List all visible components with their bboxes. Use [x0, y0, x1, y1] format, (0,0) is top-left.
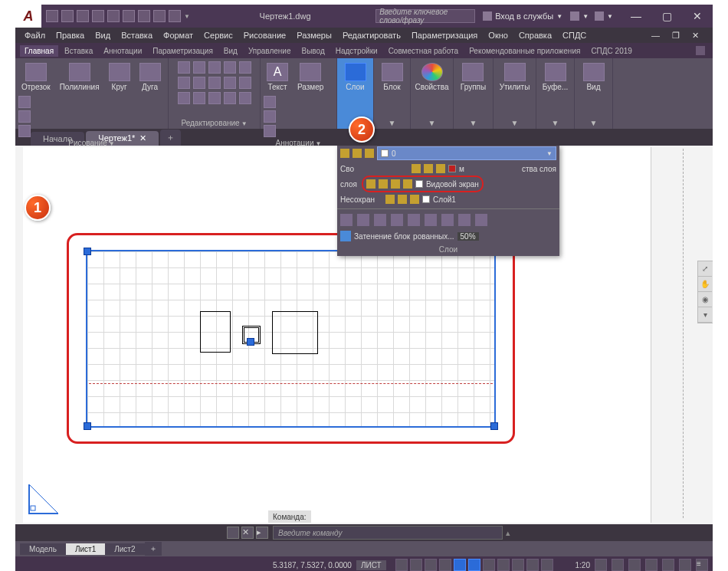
status-annoscale-icon[interactable]	[612, 559, 624, 571]
utilities-button[interactable]: Утилиты	[497, 61, 533, 93]
properties-button[interactable]: Свойства	[412, 61, 452, 93]
menu-service[interactable]: Сервис	[199, 29, 238, 41]
ucs-icon[interactable]	[26, 481, 61, 517]
tab-collab[interactable]: Совместная работа	[384, 45, 464, 57]
menu-insert[interactable]: Вставка	[116, 29, 157, 41]
qat-save-icon[interactable]	[77, 10, 89, 22]
text-button[interactable]: AТекст	[264, 61, 291, 93]
nav-pan-icon[interactable]: ✋	[698, 277, 712, 292]
status-am-icon[interactable]	[541, 559, 553, 571]
status-otrack-icon[interactable]	[468, 559, 480, 571]
move-icon[interactable]	[178, 61, 190, 74]
bulb-icon[interactable]	[340, 149, 349, 158]
tab-manage[interactable]: Управление	[244, 45, 296, 57]
annot-small-1-icon[interactable]	[264, 96, 276, 108]
tab-output[interactable]: Вывод	[297, 45, 330, 57]
qat-plot-icon[interactable]	[107, 10, 120, 22]
status-snap-icon[interactable]	[410, 559, 422, 571]
panel-props-expand[interactable]: ▼	[428, 117, 436, 127]
menu-help[interactable]: Справка	[514, 29, 556, 41]
array-icon[interactable]	[178, 92, 190, 104]
mdi-close-icon[interactable]: ✕	[687, 29, 703, 42]
minimize-button[interactable]: —	[621, 5, 651, 28]
menu-draw[interactable]: Рисование	[239, 29, 290, 41]
cmd-recent-icon[interactable]: ▸	[256, 527, 268, 539]
menu-file[interactable]: Файл	[20, 29, 50, 41]
mod9-icon[interactable]	[208, 92, 221, 104]
circle-button[interactable]: Круг	[106, 61, 133, 93]
status-clean-icon[interactable]	[679, 559, 691, 571]
annot-small-3-icon[interactable]	[264, 125, 276, 137]
cart-icon[interactable]	[570, 11, 579, 21]
qat-more-icon[interactable]	[153, 10, 166, 22]
status-lwt-icon[interactable]	[483, 559, 495, 571]
grip-top-left[interactable]	[84, 248, 91, 255]
bulb4-icon[interactable]	[385, 195, 395, 204]
menu-dimensions[interactable]: Размеры	[292, 29, 336, 41]
annot-small-2-icon[interactable]	[264, 110, 276, 123]
layers-button[interactable]: Слои	[342, 61, 369, 93]
status-mode-button[interactable]: ЛИСТ	[356, 560, 386, 570]
fillet-icon[interactable]	[193, 77, 205, 89]
panel-clipboard-expand[interactable]: ▼	[552, 117, 559, 127]
layout-tab-sheet2[interactable]: Лист2	[105, 543, 144, 555]
viewport-selected[interactable]	[86, 250, 496, 428]
mdi-minimize-icon[interactable]: —	[647, 29, 664, 42]
grip-bottom-left[interactable]	[84, 422, 91, 430]
grip-bottom-right[interactable]	[490, 422, 498, 430]
qat-open-icon[interactable]	[61, 10, 74, 22]
mod10-icon[interactable]	[224, 92, 236, 104]
nav-more-icon[interactable]: ▾	[698, 307, 712, 323]
status-ortho-icon[interactable]	[425, 559, 437, 571]
ltool1-icon[interactable]	[340, 214, 353, 226]
copy-icon[interactable]	[239, 61, 251, 74]
panel-groups-expand[interactable]: ▼	[470, 117, 477, 127]
lock4-icon[interactable]	[410, 195, 419, 204]
tab-featured[interactable]: Рекомендованные приложения	[464, 45, 585, 57]
sun2-icon[interactable]	[424, 164, 433, 173]
command-input[interactable]: Введите команду	[273, 526, 503, 540]
layout-tab-add[interactable]: ＋	[145, 542, 162, 556]
panel-modify-label[interactable]: Редактирование▼	[181, 117, 247, 127]
layer-row2-name[interactable]: Слой1	[433, 195, 456, 204]
status-hw-icon[interactable]	[662, 559, 674, 571]
cmd-expand-icon[interactable]: ▴	[506, 528, 510, 538]
trim-icon[interactable]	[208, 61, 221, 74]
help-icon[interactable]	[595, 11, 604, 21]
bulb2-icon[interactable]	[412, 164, 421, 173]
menu-edit[interactable]: Правка	[51, 29, 89, 41]
status-polar-icon[interactable]	[439, 559, 451, 571]
ltool9-icon[interactable]	[475, 214, 487, 226]
tab-home[interactable]: Главная	[20, 45, 58, 57]
offset-icon[interactable]	[193, 92, 205, 104]
close-button[interactable]: ✕	[682, 5, 713, 28]
status-grid-icon[interactable]	[395, 559, 408, 571]
status-qp-icon[interactable]	[512, 559, 524, 571]
draw-small-3-icon[interactable]	[18, 125, 31, 137]
mod11-icon[interactable]	[239, 92, 251, 104]
ltool6-icon[interactable]	[425, 214, 437, 226]
cmd-close-icon[interactable]: ✕	[241, 527, 254, 539]
lock2-icon[interactable]	[436, 164, 445, 173]
status-osnap-icon[interactable]	[454, 559, 466, 571]
menu-window[interactable]: Окно	[484, 29, 513, 41]
help-search-input[interactable]: Введите ключевое слово/фразу	[375, 9, 475, 23]
view-button[interactable]: Вид	[580, 61, 608, 93]
arc-button[interactable]: Дуга	[136, 61, 164, 93]
lock-icon[interactable]	[365, 149, 374, 158]
status-zoom-label[interactable]: 1:20	[576, 561, 590, 569]
app-menu-button[interactable]: A	[15, 5, 41, 28]
mirror-icon[interactable]	[178, 77, 190, 89]
layout-tab-sheet1[interactable]: Лист1	[66, 543, 105, 555]
stretch-icon[interactable]	[224, 77, 236, 89]
dimension-button[interactable]: Размер	[294, 61, 326, 93]
status-zoomlock-icon[interactable]	[595, 559, 607, 571]
tab-addons[interactable]: Надстройки	[331, 45, 382, 57]
nav-full-icon[interactable]: ⤢	[698, 261, 712, 277]
layer-row0-name[interactable]: м	[459, 165, 464, 173]
mdi-restore-icon[interactable]: ❐	[667, 29, 684, 42]
qat-new-icon[interactable]	[46, 10, 58, 22]
layer-current-combo[interactable]: 0 ▼	[377, 146, 556, 160]
nav-orbit-icon[interactable]: ◉	[698, 292, 712, 307]
cmd-handle-icon[interactable]	[227, 527, 239, 539]
